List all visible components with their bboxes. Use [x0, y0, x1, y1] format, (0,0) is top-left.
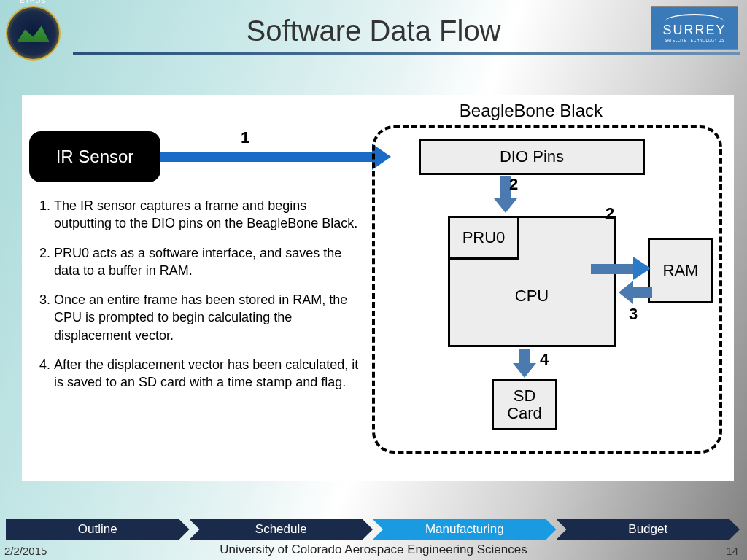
- surrey-logo: SURREY SATELLITE TECHNOLOGY US: [651, 6, 738, 50]
- ram-box: RAM: [648, 238, 713, 303]
- slide-header: ETHOS Software Data Flow SURREY SATELLIT…: [0, 0, 747, 66]
- arrow-2b-label: 2: [605, 204, 614, 223]
- surrey-logo-subtext: SATELLITE TECHNOLOGY US: [665, 38, 724, 42]
- surrey-logo-text: SURREY: [662, 23, 726, 38]
- arrow-2-label: 2: [509, 175, 518, 194]
- nav-schedule[interactable]: Schedule: [190, 519, 374, 540]
- step-item: Once an entire frame has been stored in …: [54, 291, 359, 344]
- arrow-2-right: [591, 264, 635, 274]
- content-panel: BeagleBone Black IR Sensor 1 The IR sens…: [22, 95, 734, 481]
- diagram-container-label: BeagleBone Black: [460, 101, 603, 121]
- step-item: The IR sensor captures a frame and begin…: [54, 197, 359, 233]
- ethos-logo-text: ETHOS: [20, 0, 46, 4]
- arrow-1-label: 1: [241, 128, 249, 147]
- slide-footer: 2/2/2015 University of Colorado Aerospac…: [0, 541, 747, 560]
- step-item: PRU0 acts as a software interface, and s…: [54, 244, 359, 280]
- footer-org: University of Colorado Aerospace Enginee…: [0, 542, 747, 557]
- arrow-1: [160, 152, 374, 162]
- breadcrumb-nav: Outline Schedule Manufacturing Budget: [6, 519, 740, 540]
- nav-manufacturing[interactable]: Manufacturing: [373, 519, 557, 540]
- title-underline: [73, 52, 740, 55]
- dio-pins-box: DIO Pins: [419, 139, 645, 175]
- slide-title: Software Data Flow: [0, 15, 747, 47]
- nav-budget[interactable]: Budget: [557, 519, 740, 540]
- arrow-3-left: [632, 287, 652, 298]
- step-item: After the displacement vector has been c…: [54, 356, 359, 392]
- nav-outline[interactable]: Outline: [6, 519, 190, 540]
- ir-sensor-box: IR Sensor: [29, 131, 160, 182]
- footer-page-number: 14: [726, 545, 738, 557]
- arrow-4-label: 4: [540, 350, 549, 369]
- arrow-3-label: 3: [629, 305, 638, 324]
- pru0-box: PRU0: [448, 216, 519, 260]
- sd-card-box: SD Card: [492, 379, 557, 430]
- beaglebone-container: DIO Pins CPU PRU0 RAM SD Card: [372, 125, 722, 454]
- arrow-4-down: [519, 349, 530, 365]
- steps-list: The IR sensor captures a frame and begin…: [38, 197, 359, 403]
